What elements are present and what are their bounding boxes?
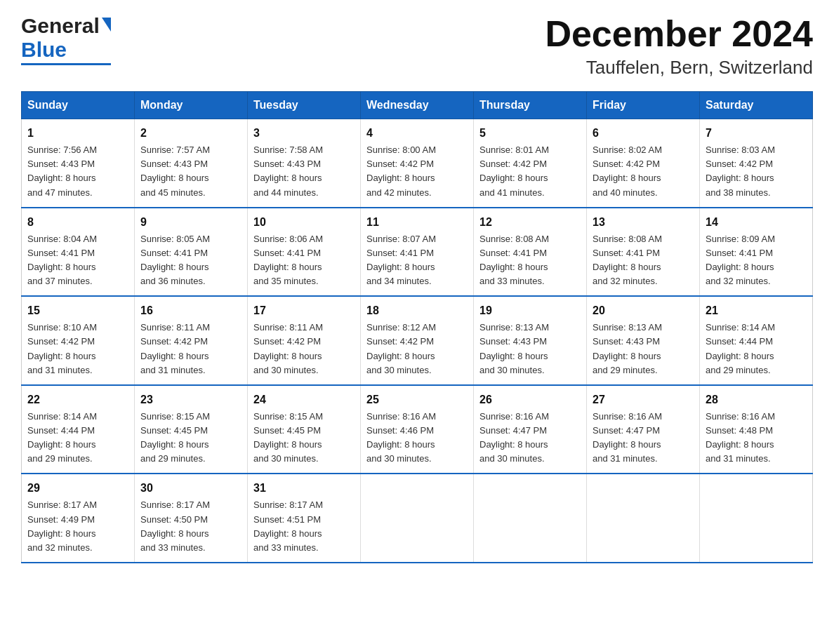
calendar-cell: 1Sunrise: 7:56 AMSunset: 4:43 PMDaylight… xyxy=(22,119,135,208)
calendar-cell: 6Sunrise: 8:02 AMSunset: 4:42 PMDaylight… xyxy=(587,119,700,208)
day-info: Sunrise: 7:58 AMSunset: 4:43 PMDaylight:… xyxy=(253,143,355,200)
logo-underline xyxy=(21,63,111,65)
header-friday: Friday xyxy=(587,92,700,119)
day-number: 18 xyxy=(366,302,468,319)
header-thursday: Thursday xyxy=(474,92,587,119)
calendar-week-row: 15Sunrise: 8:10 AMSunset: 4:42 PMDayligh… xyxy=(22,296,813,385)
calendar-cell: 24Sunrise: 8:15 AMSunset: 4:45 PMDayligh… xyxy=(248,385,361,474)
day-info: Sunrise: 8:14 AMSunset: 4:44 PMDaylight:… xyxy=(27,410,128,467)
day-number: 19 xyxy=(479,302,581,319)
day-number: 16 xyxy=(140,302,241,319)
day-info: Sunrise: 8:11 AMSunset: 4:42 PMDaylight:… xyxy=(253,321,355,377)
day-info: Sunrise: 7:57 AMSunset: 4:43 PMDaylight:… xyxy=(140,143,241,200)
day-number: 26 xyxy=(479,391,581,408)
day-number: 11 xyxy=(366,214,468,231)
calendar-cell: 5Sunrise: 8:01 AMSunset: 4:42 PMDaylight… xyxy=(474,119,587,208)
logo-triangle-icon xyxy=(102,18,111,32)
day-number: 7 xyxy=(706,125,807,142)
calendar-cell: 15Sunrise: 8:10 AMSunset: 4:42 PMDayligh… xyxy=(22,296,135,385)
day-info: Sunrise: 8:15 AMSunset: 4:45 PMDaylight:… xyxy=(253,410,355,467)
day-number: 22 xyxy=(27,391,128,408)
calendar-cell xyxy=(361,474,474,563)
day-info: Sunrise: 8:02 AMSunset: 4:42 PMDaylight:… xyxy=(593,143,694,200)
day-number: 20 xyxy=(593,302,694,319)
calendar-cell: 10Sunrise: 8:06 AMSunset: 4:41 PMDayligh… xyxy=(248,208,361,297)
calendar-cell: 31Sunrise: 8:17 AMSunset: 4:51 PMDayligh… xyxy=(248,474,361,563)
day-info: Sunrise: 8:12 AMSunset: 4:42 PMDaylight:… xyxy=(366,321,468,377)
day-number: 27 xyxy=(593,391,694,408)
calendar-subtitle: Tauffelen, Bern, Switzerland xyxy=(545,57,813,79)
day-info: Sunrise: 8:16 AMSunset: 4:47 PMDaylight:… xyxy=(479,410,581,467)
day-number: 1 xyxy=(27,125,128,142)
day-info: Sunrise: 8:09 AMSunset: 4:41 PMDaylight:… xyxy=(706,232,807,289)
day-info: Sunrise: 8:06 AMSunset: 4:41 PMDaylight:… xyxy=(253,232,355,289)
calendar-cell: 9Sunrise: 8:05 AMSunset: 4:41 PMDaylight… xyxy=(135,208,248,297)
calendar-week-row: 8Sunrise: 8:04 AMSunset: 4:41 PMDaylight… xyxy=(22,208,813,297)
calendar-cell xyxy=(700,474,813,563)
day-info: Sunrise: 8:16 AMSunset: 4:46 PMDaylight:… xyxy=(366,410,468,467)
calendar-cell: 4Sunrise: 8:00 AMSunset: 4:42 PMDaylight… xyxy=(361,119,474,208)
day-number: 4 xyxy=(366,125,468,142)
day-info: Sunrise: 8:15 AMSunset: 4:45 PMDaylight:… xyxy=(140,410,241,467)
calendar-cell: 2Sunrise: 7:57 AMSunset: 4:43 PMDaylight… xyxy=(135,119,248,208)
day-number: 10 xyxy=(253,214,355,231)
calendar-cell: 11Sunrise: 8:07 AMSunset: 4:41 PMDayligh… xyxy=(361,208,474,297)
day-number: 25 xyxy=(366,391,468,408)
page-header: General Blue December 2024 Tauffelen, Be… xyxy=(21,14,813,79)
day-number: 8 xyxy=(27,214,128,231)
day-info: Sunrise: 8:13 AMSunset: 4:43 PMDaylight:… xyxy=(593,321,694,377)
day-info: Sunrise: 8:16 AMSunset: 4:47 PMDaylight:… xyxy=(593,410,694,467)
calendar-cell: 7Sunrise: 8:03 AMSunset: 4:42 PMDaylight… xyxy=(700,119,813,208)
day-info: Sunrise: 8:17 AMSunset: 4:50 PMDaylight:… xyxy=(140,498,241,555)
calendar-week-row: 22Sunrise: 8:14 AMSunset: 4:44 PMDayligh… xyxy=(22,385,813,474)
day-number: 21 xyxy=(706,302,807,319)
logo: General Blue xyxy=(21,14,111,65)
day-number: 17 xyxy=(253,302,355,319)
day-info: Sunrise: 8:17 AMSunset: 4:51 PMDaylight:… xyxy=(253,498,355,555)
day-number: 2 xyxy=(140,125,241,142)
day-number: 6 xyxy=(593,125,694,142)
day-info: Sunrise: 8:08 AMSunset: 4:41 PMDaylight:… xyxy=(593,232,694,289)
calendar-cell: 22Sunrise: 8:14 AMSunset: 4:44 PMDayligh… xyxy=(22,385,135,474)
day-number: 13 xyxy=(593,214,694,231)
calendar-cell: 21Sunrise: 8:14 AMSunset: 4:44 PMDayligh… xyxy=(700,296,813,385)
calendar-title: December 2024 xyxy=(545,14,813,54)
calendar-cell: 16Sunrise: 8:11 AMSunset: 4:42 PMDayligh… xyxy=(135,296,248,385)
day-info: Sunrise: 8:01 AMSunset: 4:42 PMDaylight:… xyxy=(479,143,581,200)
calendar-cell: 3Sunrise: 7:58 AMSunset: 4:43 PMDaylight… xyxy=(248,119,361,208)
day-info: Sunrise: 8:00 AMSunset: 4:42 PMDaylight:… xyxy=(366,143,468,200)
calendar-cell: 25Sunrise: 8:16 AMSunset: 4:46 PMDayligh… xyxy=(361,385,474,474)
calendar-cell: 20Sunrise: 8:13 AMSunset: 4:43 PMDayligh… xyxy=(587,296,700,385)
header-wednesday: Wednesday xyxy=(361,92,474,119)
day-info: Sunrise: 8:17 AMSunset: 4:49 PMDaylight:… xyxy=(27,498,128,555)
day-number: 24 xyxy=(253,391,355,408)
calendar-cell: 8Sunrise: 8:04 AMSunset: 4:41 PMDaylight… xyxy=(22,208,135,297)
day-info: Sunrise: 8:10 AMSunset: 4:42 PMDaylight:… xyxy=(27,321,128,377)
calendar-cell: 29Sunrise: 8:17 AMSunset: 4:49 PMDayligh… xyxy=(22,474,135,563)
calendar-header-row: SundayMondayTuesdayWednesdayThursdayFrid… xyxy=(22,92,813,119)
day-info: Sunrise: 7:56 AMSunset: 4:43 PMDaylight:… xyxy=(27,143,128,200)
day-info: Sunrise: 8:04 AMSunset: 4:41 PMDaylight:… xyxy=(27,232,128,289)
day-number: 3 xyxy=(253,125,355,142)
day-number: 12 xyxy=(479,214,581,231)
day-info: Sunrise: 8:11 AMSunset: 4:42 PMDaylight:… xyxy=(140,321,241,377)
day-info: Sunrise: 8:14 AMSunset: 4:44 PMDaylight:… xyxy=(706,321,807,377)
calendar-cell: 27Sunrise: 8:16 AMSunset: 4:47 PMDayligh… xyxy=(587,385,700,474)
day-info: Sunrise: 8:03 AMSunset: 4:42 PMDaylight:… xyxy=(706,143,807,200)
calendar-cell: 23Sunrise: 8:15 AMSunset: 4:45 PMDayligh… xyxy=(135,385,248,474)
header-tuesday: Tuesday xyxy=(248,92,361,119)
calendar-cell: 26Sunrise: 8:16 AMSunset: 4:47 PMDayligh… xyxy=(474,385,587,474)
day-number: 15 xyxy=(27,302,128,319)
day-info: Sunrise: 8:08 AMSunset: 4:41 PMDaylight:… xyxy=(479,232,581,289)
day-number: 30 xyxy=(140,480,241,497)
day-number: 29 xyxy=(27,480,128,497)
calendar-cell: 12Sunrise: 8:08 AMSunset: 4:41 PMDayligh… xyxy=(474,208,587,297)
day-number: 5 xyxy=(479,125,581,142)
calendar-cell: 14Sunrise: 8:09 AMSunset: 4:41 PMDayligh… xyxy=(700,208,813,297)
logo-general-text: General xyxy=(21,14,100,38)
day-info: Sunrise: 8:05 AMSunset: 4:41 PMDaylight:… xyxy=(140,232,241,289)
calendar-cell: 28Sunrise: 8:16 AMSunset: 4:48 PMDayligh… xyxy=(700,385,813,474)
logo-blue-text: Blue xyxy=(21,38,67,62)
title-block: December 2024 Tauffelen, Bern, Switzerla… xyxy=(545,14,813,79)
header-sunday: Sunday xyxy=(22,92,135,119)
